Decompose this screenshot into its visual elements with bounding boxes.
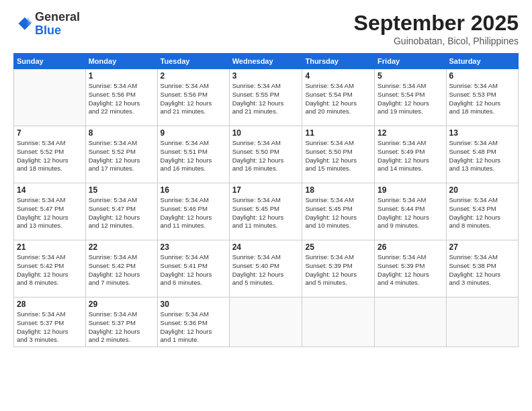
day-number: 20 [449, 185, 515, 195]
day-number: 6 [449, 71, 515, 81]
table-row [14, 69, 86, 126]
table-row: 8Sunrise: 5:34 AMSunset: 5:52 PMDaylight… [85, 126, 157, 183]
day-info: Sunrise: 5:34 AMSunset: 5:47 PMDaylight:… [89, 196, 154, 230]
col-saturday: Saturday [446, 54, 518, 69]
day-info: Sunrise: 5:34 AMSunset: 5:51 PMDaylight:… [161, 139, 226, 173]
table-row: 1Sunrise: 5:34 AMSunset: 5:56 PMDaylight… [85, 69, 157, 126]
day-info: Sunrise: 5:34 AMSunset: 5:41 PMDaylight:… [161, 253, 226, 287]
table-row: 5Sunrise: 5:34 AMSunset: 5:54 PMDaylight… [375, 69, 446, 126]
logo-blue: Blue [35, 24, 61, 37]
day-number: 9 [161, 128, 226, 138]
table-row: 11Sunrise: 5:34 AMSunset: 5:50 PMDayligh… [302, 126, 375, 183]
day-number: 16 [161, 185, 226, 195]
title-block: September 2025 Guinobatan, Bicol, Philip… [354, 11, 519, 46]
day-number: 3 [232, 71, 300, 81]
day-number: 2 [161, 71, 226, 81]
day-info: Sunrise: 5:34 AMSunset: 5:37 PMDaylight:… [89, 310, 154, 345]
day-info: Sunrise: 5:34 AMSunset: 5:45 PMDaylight:… [305, 196, 371, 230]
day-info: Sunrise: 5:34 AMSunset: 5:40 PMDaylight:… [232, 253, 300, 287]
day-info: Sunrise: 5:34 AMSunset: 5:45 PMDaylight:… [232, 196, 300, 230]
day-info: Sunrise: 5:34 AMSunset: 5:42 PMDaylight:… [17, 253, 83, 287]
col-thursday: Thursday [302, 54, 375, 69]
day-info: Sunrise: 5:34 AMSunset: 5:49 PMDaylight:… [378, 139, 443, 173]
day-info: Sunrise: 5:34 AMSunset: 5:36 PMDaylight:… [161, 310, 226, 345]
day-number: 10 [232, 128, 300, 138]
day-number: 8 [89, 128, 154, 138]
day-info: Sunrise: 5:34 AMSunset: 5:39 PMDaylight:… [378, 253, 443, 287]
table-row: 28Sunrise: 5:34 AMSunset: 5:37 PMDayligh… [14, 298, 86, 347]
day-number: 26 [378, 242, 443, 252]
day-number: 5 [378, 71, 443, 81]
month-title: September 2025 [354, 11, 519, 36]
day-info: Sunrise: 5:34 AMSunset: 5:43 PMDaylight:… [449, 196, 515, 230]
day-number: 22 [89, 242, 154, 252]
day-info: Sunrise: 5:34 AMSunset: 5:39 PMDaylight:… [305, 253, 371, 287]
header: General Blue September 2025 Guinobatan, … [13, 11, 519, 46]
day-number: 27 [449, 242, 515, 252]
day-number: 7 [17, 128, 83, 138]
day-info: Sunrise: 5:34 AMSunset: 5:48 PMDaylight:… [449, 139, 515, 173]
table-row: 12Sunrise: 5:34 AMSunset: 5:49 PMDayligh… [375, 126, 446, 183]
location: Guinobatan, Bicol, Philippines [354, 36, 519, 46]
day-number: 15 [89, 185, 154, 195]
day-info: Sunrise: 5:34 AMSunset: 5:52 PMDaylight:… [89, 139, 154, 173]
page: General Blue September 2025 Guinobatan, … [0, 0, 532, 411]
table-row: 13Sunrise: 5:34 AMSunset: 5:48 PMDayligh… [446, 126, 518, 183]
table-row [302, 298, 375, 347]
day-number: 14 [17, 185, 83, 195]
day-number: 17 [232, 185, 300, 195]
day-number: 30 [161, 300, 226, 309]
table-row: 10Sunrise: 5:34 AMSunset: 5:50 PMDayligh… [229, 126, 302, 183]
col-wednesday: Wednesday [229, 54, 302, 69]
logo: General Blue [13, 11, 80, 38]
day-number: 28 [17, 300, 83, 309]
day-info: Sunrise: 5:34 AMSunset: 5:50 PMDaylight:… [232, 139, 300, 173]
svg-marker-1 [28, 17, 32, 28]
day-info: Sunrise: 5:34 AMSunset: 5:53 PMDaylight:… [449, 82, 515, 116]
day-number: 4 [305, 71, 371, 81]
table-row: 29Sunrise: 5:34 AMSunset: 5:37 PMDayligh… [85, 298, 157, 347]
day-info: Sunrise: 5:34 AMSunset: 5:55 PMDaylight:… [232, 82, 300, 116]
table-row: 24Sunrise: 5:34 AMSunset: 5:40 PMDayligh… [229, 240, 302, 298]
table-row: 19Sunrise: 5:34 AMSunset: 5:44 PMDayligh… [375, 183, 446, 240]
day-number: 24 [232, 242, 300, 252]
table-row [375, 298, 446, 347]
logo-text: General Blue [35, 11, 80, 38]
day-number: 25 [305, 242, 371, 252]
col-tuesday: Tuesday [157, 54, 229, 69]
day-info: Sunrise: 5:34 AMSunset: 5:52 PMDaylight:… [17, 139, 83, 173]
day-number: 13 [449, 128, 515, 138]
day-info: Sunrise: 5:34 AMSunset: 5:54 PMDaylight:… [378, 82, 443, 116]
col-friday: Friday [375, 54, 446, 69]
calendar-table: Sunday Monday Tuesday Wednesday Thursday… [13, 53, 519, 347]
day-number: 18 [305, 185, 371, 195]
table-row: 9Sunrise: 5:34 AMSunset: 5:51 PMDaylight… [157, 126, 229, 183]
day-info: Sunrise: 5:34 AMSunset: 5:56 PMDaylight:… [161, 82, 226, 116]
table-row: 30Sunrise: 5:34 AMSunset: 5:36 PMDayligh… [157, 298, 229, 347]
day-info: Sunrise: 5:34 AMSunset: 5:46 PMDaylight:… [161, 196, 226, 230]
table-row: 21Sunrise: 5:34 AMSunset: 5:42 PMDayligh… [14, 240, 86, 298]
logo-icon [13, 15, 32, 34]
col-monday: Monday [85, 54, 157, 69]
day-number: 12 [378, 128, 443, 138]
table-row: 27Sunrise: 5:34 AMSunset: 5:38 PMDayligh… [446, 240, 518, 298]
day-info: Sunrise: 5:34 AMSunset: 5:38 PMDaylight:… [449, 253, 515, 287]
table-row: 18Sunrise: 5:34 AMSunset: 5:45 PMDayligh… [302, 183, 375, 240]
day-number: 1 [89, 71, 154, 81]
table-row: 7Sunrise: 5:34 AMSunset: 5:52 PMDaylight… [14, 126, 86, 183]
day-number: 29 [89, 300, 154, 309]
table-row: 6Sunrise: 5:34 AMSunset: 5:53 PMDaylight… [446, 69, 518, 126]
table-row: 17Sunrise: 5:34 AMSunset: 5:45 PMDayligh… [229, 183, 302, 240]
day-info: Sunrise: 5:34 AMSunset: 5:50 PMDaylight:… [305, 139, 371, 173]
table-row: 20Sunrise: 5:34 AMSunset: 5:43 PMDayligh… [446, 183, 518, 240]
day-number: 21 [17, 242, 83, 252]
table-row: 22Sunrise: 5:34 AMSunset: 5:42 PMDayligh… [85, 240, 157, 298]
day-info: Sunrise: 5:34 AMSunset: 5:54 PMDaylight:… [305, 82, 371, 116]
table-row: 14Sunrise: 5:34 AMSunset: 5:47 PMDayligh… [14, 183, 86, 240]
table-row [229, 298, 302, 347]
day-number: 23 [161, 242, 226, 252]
day-number: 19 [378, 185, 443, 195]
day-info: Sunrise: 5:34 AMSunset: 5:56 PMDaylight:… [89, 82, 154, 116]
table-row: 2Sunrise: 5:34 AMSunset: 5:56 PMDaylight… [157, 69, 229, 126]
day-info: Sunrise: 5:34 AMSunset: 5:42 PMDaylight:… [89, 253, 154, 287]
